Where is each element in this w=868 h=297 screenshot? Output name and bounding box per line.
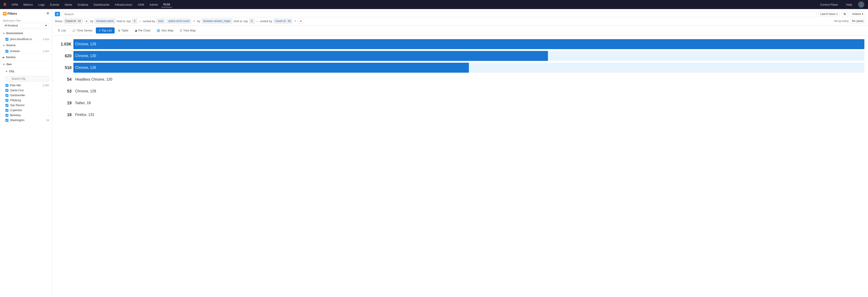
city-section-header[interactable]: ▼ City [0, 68, 52, 75]
city-item-label-2: Gardnerville [10, 94, 48, 97]
nav-logs[interactable]: Logs [36, 2, 47, 7]
source-section-header[interactable]: ▼ Source [0, 42, 52, 49]
actions-button[interactable]: Actions ▾ [850, 11, 865, 17]
nav-admin[interactable]: Admin [147, 2, 160, 7]
city-checkbox-5[interactable] [5, 109, 8, 112]
city-search-container: 🔍 [5, 76, 49, 81]
city-item-count-5: - [48, 109, 49, 111]
tab-table[interactable]: ⊞ Table [115, 27, 131, 33]
bar-label-3: Headless Chrome, 130 [73, 77, 112, 81]
bar-item-1[interactable]: 620Chrome, 130 [56, 51, 864, 61]
remove-query-1-button[interactable]: ✕ [192, 19, 196, 23]
tab-pie-chart[interactable]: ◕ Pie Chart [132, 27, 153, 33]
browser-version-label: browser.version_major [204, 20, 231, 23]
bar-fill-0 [73, 39, 864, 49]
city-checkbox-2[interactable] [5, 94, 8, 97]
service-section-header[interactable]: ▶ Service [0, 54, 52, 61]
tab-tree-map[interactable]: ⊡ Tree Map [177, 27, 199, 33]
bar-container-0: Chrome, 129 [73, 39, 864, 49]
sorted-by-keyword: sorted by [143, 20, 155, 23]
time-picker[interactable]: Last 6 hours ▾ [818, 11, 840, 17]
environment-checkbox-0[interactable] [5, 38, 8, 41]
city-checkbox-4[interactable] [5, 104, 8, 107]
sum-label: sum [158, 20, 163, 23]
application-filter-section: Application Filter kf-frontend [0, 18, 52, 30]
city-checkbox-1[interactable] [5, 89, 8, 92]
bar-item-5[interactable]: 19Safari, 18 [56, 98, 864, 108]
city-checkbox-7[interactable] [5, 119, 8, 122]
top-value-tag: 5 [132, 19, 137, 24]
bar-container-6: Firefox, 131 [73, 110, 864, 120]
city-item-6: Berkeley - [0, 113, 52, 118]
table-icon: ⊞ [118, 29, 120, 32]
tab-top-list[interactable]: ≡ Top List [96, 27, 115, 33]
bar-count-0: 1.03K [56, 42, 71, 46]
geo-chevron: ▼ [3, 63, 5, 66]
bar-item-3[interactable]: 54Headless Chrome, 130 [56, 74, 864, 85]
tab-time-series[interactable]: 📈 Time Series [69, 27, 95, 33]
bar-item-4[interactable]: 53Chrome, 128 [56, 86, 864, 96]
nav-infrastructure[interactable]: Infrastructure [113, 2, 134, 7]
bar-track-1: Chrome, 130 [73, 51, 864, 61]
user-avatar[interactable]: 👤 [858, 1, 864, 8]
geo-map-icon: 🌐 [157, 29, 160, 32]
roll-up-value[interactable]: 5m (auto) [850, 19, 865, 24]
city-checkbox-6[interactable] [5, 114, 8, 117]
tab-geo-map[interactable]: 🌐 Geo Map [154, 27, 176, 33]
city-checkbox-3[interactable] [5, 99, 8, 102]
city-item-count-2: - [48, 94, 49, 97]
tab-time-series-label: Time Series [77, 29, 92, 32]
city-checkbox-0[interactable] [5, 84, 8, 87]
nav-control-plane[interactable]: Control Plane [818, 2, 840, 7]
nav-apm[interactable]: APM [9, 2, 20, 7]
nav-asm[interactable]: ASM [135, 2, 146, 7]
geo-section-header[interactable]: ▼ Geo [0, 61, 52, 68]
source-item-label-0: browser [10, 50, 42, 53]
count-of2-label: Count of [275, 20, 285, 23]
nav-grafana[interactable]: Grafana [75, 2, 90, 7]
sidebar-close-button[interactable]: ✕ [46, 11, 49, 15]
city-item-3: Pittsburg - [0, 98, 52, 103]
bar-container-4: Chrome, 128 [73, 86, 864, 96]
tree-map-icon: ⊡ [180, 29, 182, 32]
bar-item-6[interactable]: 18Firefox, 131 [56, 110, 864, 120]
bar-item-0[interactable]: 1.03KChrome, 129 [56, 39, 864, 49]
application-filter-select[interactable]: kf-frontend [3, 23, 49, 28]
sorted-by2-keyword: sorted by [260, 20, 272, 23]
nav-alerts[interactable]: Alerts [62, 2, 74, 7]
nav-metrics[interactable]: Metrics [21, 2, 35, 7]
bar-item-2[interactable]: 518Chrome, 126 [56, 63, 864, 73]
logo: K [4, 2, 6, 7]
environment-section-header[interactable]: ▼ Environment [0, 30, 52, 37]
nav-dashboards[interactable]: Dashboards [91, 2, 112, 7]
limit-to2-keyword: limit to [234, 20, 242, 23]
city-item-label-4: San Ramon [10, 104, 48, 107]
app-badge: a [55, 12, 60, 16]
tab-list-label: List [61, 29, 66, 32]
city-search-input[interactable] [5, 76, 49, 81]
dash-sep-2: — [256, 20, 259, 23]
search-input[interactable] [62, 11, 816, 17]
top2-keyword: top [244, 20, 248, 23]
bar-track-2: Chrome, 126 [73, 63, 864, 73]
nav-help[interactable]: Help [844, 2, 855, 7]
by-keyword: by [90, 20, 94, 23]
city-item-count-7: 54 [46, 119, 49, 122]
nav-events[interactable]: Events [48, 2, 61, 7]
tab-pie-chart-label: Pie Chart [138, 29, 150, 32]
environment-item-count-0: 2.31K [42, 38, 49, 40]
tab-tree-map-label: Tree Map [183, 29, 196, 32]
top-keyword: top [127, 20, 131, 23]
source-checkbox-0[interactable] [5, 50, 8, 53]
city-search-wrapper: 🔍 [0, 75, 52, 83]
add-query-button[interactable]: + [84, 19, 89, 24]
remove-query-2-button[interactable]: ✕ [294, 19, 297, 23]
tab-list[interactable]: ☰ List [55, 27, 69, 33]
refresh-button[interactable]: ↻ [841, 11, 848, 17]
city-item-label-7: Washington [10, 119, 46, 122]
nav-rum[interactable]: RUM [161, 2, 173, 7]
city-item-1: Santa Cruz - [0, 88, 52, 93]
add-query-2-button[interactable]: + [298, 19, 303, 24]
top2-value: 5 [251, 20, 253, 23]
all-value: All [78, 20, 81, 23]
